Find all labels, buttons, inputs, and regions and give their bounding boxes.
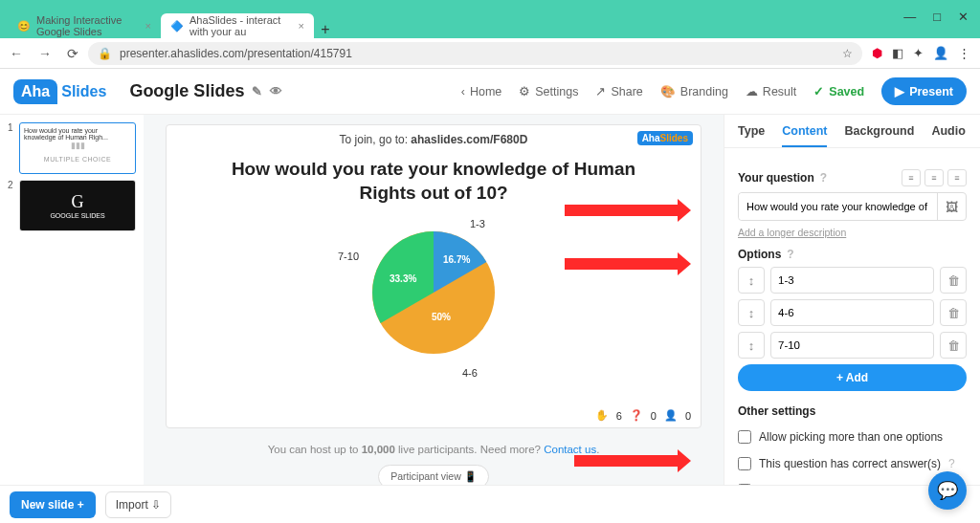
trash-icon: 🗑 bbox=[947, 338, 960, 353]
chat-icon: 💬 bbox=[937, 480, 958, 501]
tab-audio[interactable]: Audio bbox=[931, 124, 965, 147]
present-button[interactable]: ▶Present bbox=[881, 77, 967, 105]
add-description-link[interactable]: Add a longer description bbox=[738, 227, 967, 238]
title-text: Google Slides bbox=[129, 81, 244, 101]
tab-title: Making Interactive Google Slides bbox=[36, 14, 134, 37]
new-tab-button[interactable]: + bbox=[314, 21, 337, 38]
profile-icon[interactable]: 👤 bbox=[933, 46, 948, 60]
setting-allow-multi[interactable]: Allow picking more than one options bbox=[738, 424, 967, 450]
option-input[interactable] bbox=[770, 299, 934, 326]
nav-result[interactable]: ☁Result bbox=[746, 84, 796, 98]
lock-icon: 🔒 bbox=[98, 47, 112, 60]
status-bar: ✋6 ❓0 👤0 bbox=[595, 409, 691, 422]
setting-label: Allow picking more than one options bbox=[759, 430, 943, 444]
option-input[interactable] bbox=[770, 332, 934, 359]
hand-icon: ✋ bbox=[595, 409, 609, 422]
slide-thumb[interactable]: 2 G GOOGLE SLIDES bbox=[8, 180, 136, 231]
star-icon[interactable]: ☆ bbox=[842, 47, 853, 60]
window-close-icon[interactable]: ✕ bbox=[958, 10, 969, 24]
tab-content[interactable]: Content bbox=[782, 124, 827, 147]
help-icon[interactable]: ? bbox=[787, 248, 793, 261]
add-option-button[interactable]: + Add bbox=[738, 364, 967, 391]
annotation-arrow bbox=[565, 205, 679, 216]
window-min-icon[interactable]: — bbox=[903, 10, 916, 24]
window-max-icon[interactable]: □ bbox=[933, 10, 941, 24]
logo-text: Slides bbox=[61, 83, 106, 100]
gear-icon: ⚙ bbox=[519, 84, 530, 98]
drag-handle[interactable]: ↕ bbox=[738, 267, 765, 294]
align-left-icon[interactable]: ≡ bbox=[902, 169, 921, 186]
q-count: 0 bbox=[651, 410, 657, 422]
chat-button[interactable]: 💬 bbox=[928, 471, 967, 510]
app-header: Aha Slides Google Slides ✎ 👁 ‹Home ⚙Sett… bbox=[0, 69, 980, 115]
palette-icon: 🎨 bbox=[660, 84, 676, 98]
browser-toolbar: ← → ⟳ 🔒 presenter.ahaslides.com/presenta… bbox=[0, 38, 980, 69]
ext-icon[interactable]: ◧ bbox=[892, 46, 903, 60]
browser-tab[interactable]: 😊 Making Interactive Google Slides × bbox=[8, 13, 161, 38]
image-icon: 🖼 bbox=[946, 200, 958, 214]
setting-has-correct[interactable]: This question has correct answer(s) ? bbox=[738, 450, 967, 477]
delete-option-button[interactable]: 🗑 bbox=[940, 332, 967, 359]
align-right-icon[interactable]: ≡ bbox=[947, 169, 967, 186]
drag-handle[interactable]: ↕ bbox=[738, 332, 765, 359]
tab-title: AhaSlides - interact with your au bbox=[189, 14, 287, 37]
question-input[interactable] bbox=[739, 193, 937, 220]
join-link: ahaslides.com/F680D bbox=[411, 133, 527, 146]
image-button[interactable]: 🖼 bbox=[937, 193, 966, 220]
option-input[interactable] bbox=[770, 267, 934, 294]
thumb-number: 2 bbox=[8, 180, 13, 190]
ext-icon[interactable]: ⬢ bbox=[872, 46, 882, 60]
segment-label: 7-10 bbox=[338, 251, 359, 262]
plus-icon: + bbox=[78, 498, 84, 512]
delete-option-button[interactable]: 🗑 bbox=[940, 267, 967, 294]
annotation-arrow bbox=[574, 455, 679, 467]
segment-percent: 16.7% bbox=[443, 254, 470, 265]
extensions-icon[interactable]: ✦ bbox=[913, 46, 924, 60]
eye-icon[interactable]: 👁 bbox=[270, 84, 282, 98]
import-button[interactable]: Import ⇩ bbox=[105, 491, 171, 518]
nav-home[interactable]: ‹Home bbox=[461, 85, 502, 98]
question-section-label: Your question ? ≡ ≡ ≡ bbox=[738, 169, 967, 186]
menu-icon[interactable]: ⋮ bbox=[958, 46, 970, 60]
browser-tab[interactable]: 🔷 AhaSlides - interact with your au × bbox=[161, 13, 314, 38]
drag-handle[interactable]: ↕ bbox=[738, 299, 765, 326]
tab-favicon: 🔷 bbox=[170, 20, 184, 33]
reload-icon[interactable]: ⟳ bbox=[67, 46, 78, 61]
phone-icon: 📱 bbox=[464, 470, 477, 482]
contact-link[interactable]: Contact us bbox=[544, 444, 596, 455]
help-icon[interactable]: ? bbox=[948, 457, 955, 470]
edit-icon[interactable]: ✎ bbox=[252, 84, 262, 98]
annotation-arrow bbox=[565, 258, 679, 270]
check-icon: ✓ bbox=[813, 84, 824, 98]
slide-canvas[interactable]: To join, go to: ahaslides.com/F680D AhaS… bbox=[166, 124, 702, 428]
tab-type[interactable]: Type bbox=[738, 124, 765, 147]
nav-share[interactable]: ↗Share bbox=[595, 84, 642, 98]
trash-icon: 🗑 bbox=[947, 273, 960, 288]
option-row: ↕ 🗑 bbox=[738, 332, 967, 359]
new-slide-button[interactable]: New slide + bbox=[10, 491, 96, 518]
slide-thumb[interactable]: 1 How would you rate your knowledge of H… bbox=[8, 122, 136, 174]
logo-icon: Aha bbox=[13, 79, 57, 104]
segment-label: 4-6 bbox=[462, 367, 478, 379]
nav-settings[interactable]: ⚙Settings bbox=[519, 84, 578, 98]
cloud-icon: ☁ bbox=[746, 84, 758, 98]
tab-close-icon[interactable]: × bbox=[299, 20, 304, 32]
address-text: presenter.ahaslides.com/presentation/415… bbox=[120, 47, 352, 60]
delete-option-button[interactable]: 🗑 bbox=[940, 299, 967, 326]
forward-icon[interactable]: → bbox=[38, 46, 52, 61]
segment-percent: 50% bbox=[432, 312, 451, 322]
presentation-title[interactable]: Google Slides ✎ 👁 bbox=[129, 81, 282, 101]
address-bar[interactable]: 🔒 presenter.ahaslides.com/presentation/4… bbox=[88, 42, 862, 65]
back-icon[interactable]: ← bbox=[10, 46, 23, 61]
checkbox[interactable] bbox=[738, 457, 751, 470]
checkbox[interactable] bbox=[738, 430, 751, 444]
segment-label: 1-3 bbox=[470, 218, 485, 229]
tab-background[interactable]: Background bbox=[844, 124, 914, 147]
user-count: 0 bbox=[685, 410, 691, 422]
tab-close-icon[interactable]: × bbox=[145, 20, 151, 32]
align-center-icon[interactable]: ≡ bbox=[924, 169, 944, 186]
google-g-icon: G bbox=[72, 192, 84, 212]
nav-branding[interactable]: 🎨Branding bbox=[660, 84, 728, 98]
help-icon[interactable]: ? bbox=[820, 171, 827, 185]
segment-percent: 33.3% bbox=[390, 273, 416, 284]
